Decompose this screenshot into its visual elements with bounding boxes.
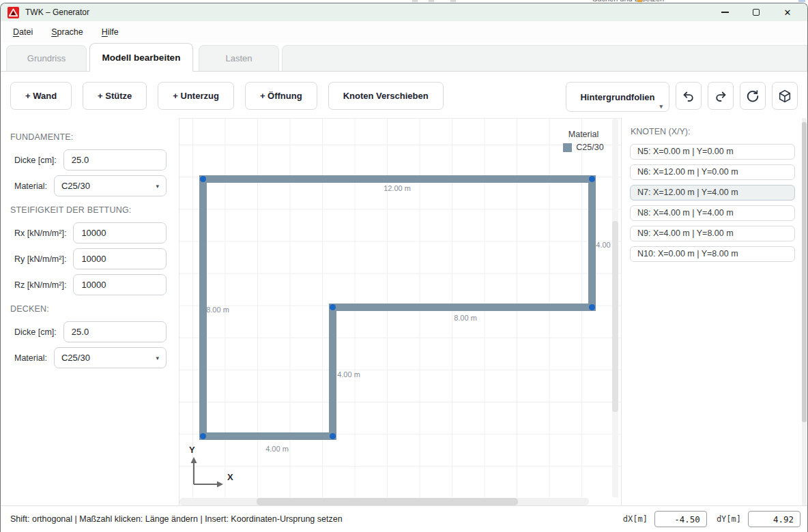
node-dot-n7[interactable] <box>589 304 595 310</box>
dx-label: dX[m] <box>623 514 648 524</box>
close-icon: ✕ <box>784 8 792 17</box>
chevron-down-icon: ▾ <box>156 355 159 361</box>
layers-box-icon <box>777 89 792 104</box>
tab-lasten[interactable]: Lasten <box>199 45 279 71</box>
rz-kn-m-m-input[interactable] <box>73 274 167 295</box>
dicke-cm-input[interactable] <box>63 149 167 171</box>
wall-segment[interactable] <box>329 304 336 440</box>
dicke-cm-input[interactable] <box>63 321 167 342</box>
tab-modell-bearbeiten[interactable]: Modell bearbeiten <box>89 43 193 72</box>
knoten-item-n10[interactable]: N10: X=0.00 m | Y=8.00 m <box>630 246 795 262</box>
main-area: FUNDAMENTE:Dicke [cm]:Material:C25/30▾ST… <box>1 118 807 505</box>
field-row: Ry [kN/m/m²]: <box>10 248 167 269</box>
dimension-label[interactable]: 4.00 m <box>337 370 360 379</box>
node-dot-n9[interactable] <box>330 433 336 439</box>
toolbar-button-wand[interactable]: + Wand <box>10 82 72 110</box>
knoten-item-n6[interactable]: N6: X=12.00 m | Y=0.00 m <box>630 164 795 180</box>
wall-segment[interactable] <box>329 304 596 311</box>
toolbar: + Wand+ Stütze+ Unterzug+ ÖffnungKnoten … <box>1 72 807 118</box>
canvas-horizontal-scrollbar[interactable] <box>179 498 589 505</box>
select-value: C25/30 <box>61 353 156 363</box>
close-button[interactable]: ✕ <box>772 3 803 21</box>
wall-segment[interactable] <box>199 175 596 183</box>
hintergrundfolien-label: Hintergrundfolien <box>580 92 654 102</box>
wall-segment[interactable] <box>199 175 207 440</box>
toolbar-button-st-tze[interactable]: + Stütze <box>83 82 147 110</box>
hintergrundfolien-button[interactable]: Hintergrundfolien ▾ <box>566 82 669 112</box>
layers-button[interactable] <box>772 82 798 110</box>
drawing-layer[interactable]: Material C25/30 Y X <box>179 118 621 497</box>
status-hint: Shift: orthogonal | Maßzahl klicken: Län… <box>10 514 623 524</box>
axis-indicator: Y X <box>188 445 242 488</box>
legend-swatch <box>563 143 572 152</box>
knoten-item-n5[interactable]: N5: X=0.00 m | Y=0.00 m <box>630 144 795 160</box>
menu-bar: DateiSpracheHilfe <box>1 21 807 43</box>
background-fragment <box>637 0 642 2</box>
menu-item-hilfe[interactable]: Hilfe <box>102 27 119 37</box>
ry-kn-m-m-input[interactable] <box>73 248 167 269</box>
node-dot-n5[interactable] <box>200 176 206 182</box>
knoten-item-n8[interactable]: N8: X=4.00 m | Y=4.00 m <box>630 205 795 221</box>
chevron-down-icon: ▾ <box>156 183 159 190</box>
title-bar[interactable]: TWK – Generator ✕ <box>1 3 807 21</box>
wall-segment[interactable] <box>588 175 596 312</box>
node-dot-n8[interactable] <box>330 304 336 310</box>
toolbar-button-unterzug[interactable]: + Unterzug <box>158 82 234 110</box>
node-dot-n10[interactable] <box>200 433 206 439</box>
knoten-item-n7[interactable]: N7: X=12.00 m | Y=4.00 m <box>630 185 795 201</box>
toolbar-button-ffnung[interactable]: + Öffnung <box>245 82 317 110</box>
tab-bar: Grundriss Modell bearbeiten Lasten <box>1 43 807 72</box>
x-axis-label: X <box>227 472 233 482</box>
background-fragment <box>412 0 418 2</box>
maximize-button[interactable] <box>740 3 772 21</box>
dimension-label[interactable]: 12.00 m <box>384 184 411 192</box>
menu-item-sprache[interactable]: Sprache <box>51 27 83 37</box>
maximize-icon <box>753 9 760 16</box>
left-panel: FUNDAMENTE:Dicke [cm]:Material:C25/30▾ST… <box>1 118 179 505</box>
material-select[interactable]: C25/30▾ <box>54 347 167 368</box>
menu-accelerator: S <box>51 27 57 37</box>
chevron-down-icon: ▾ <box>659 103 663 110</box>
dy-input[interactable] <box>748 511 800 527</box>
dimension-label[interactable]: 4.00 m <box>265 445 289 453</box>
wall-segment[interactable] <box>199 432 336 440</box>
toolbar-button-knoten-verschieben[interactable]: Knoten Verschieben <box>328 82 444 110</box>
knoten-list: N5: X=0.00 m | Y=0.00 mN6: X=12.00 m | Y… <box>630 144 807 262</box>
field-row: Dicke [cm]: <box>10 321 167 342</box>
app-window: TWK – Generator ✕ DateiSpracheHilfe Grun… <box>0 3 808 532</box>
undo-button[interactable] <box>676 82 702 110</box>
scrollbar-thumb[interactable] <box>612 221 618 412</box>
menu-item-datei[interactable]: Datei <box>13 27 33 37</box>
window-controls: ✕ <box>709 3 803 21</box>
dimension-label[interactable]: 8.00 m <box>206 306 229 314</box>
field-label: Rx [kN/m/m²]: <box>14 228 66 238</box>
minimize-button[interactable] <box>709 3 740 21</box>
scrollbar-thumb[interactable] <box>802 122 807 422</box>
refresh-button[interactable] <box>740 82 766 110</box>
window-title: TWK – Generator <box>25 8 89 17</box>
axis-arrows-icon <box>188 454 235 488</box>
dx-input[interactable] <box>654 511 707 527</box>
twk-logo-icon <box>8 7 19 18</box>
tab-grundriss[interactable]: Grundriss <box>6 45 87 71</box>
knoten-item-n9[interactable]: N9: X=4.00 m | Y=8.00 m <box>630 226 795 241</box>
material-legend: Material C25/30 <box>548 130 619 152</box>
knoten-panel-title: KNOTEN (X/Y): <box>631 127 807 136</box>
redo-button[interactable] <box>708 82 734 110</box>
dimension-label[interactable]: 8.00 m <box>454 314 477 322</box>
field-row: Dicke [cm]: <box>10 149 167 171</box>
rx-kn-m-m-input[interactable] <box>73 222 167 243</box>
dimension-label[interactable]: 4.00 <box>596 241 610 249</box>
background-fragment <box>450 0 456 2</box>
app-scrollbar[interactable] <box>802 118 807 505</box>
field-label: Material: <box>14 353 47 363</box>
dy-label: dY[m] <box>717 514 741 524</box>
material-select[interactable]: C25/30▾ <box>54 175 167 196</box>
minimize-icon <box>721 12 729 12</box>
select-value: C25/30 <box>61 181 156 191</box>
legend-label: C25/30 <box>576 143 603 152</box>
canvas-vertical-scrollbar[interactable] <box>612 119 618 497</box>
node-dot-n6[interactable] <box>589 176 595 182</box>
scrollbar-thumb[interactable] <box>257 498 518 505</box>
redo-icon <box>713 89 728 104</box>
